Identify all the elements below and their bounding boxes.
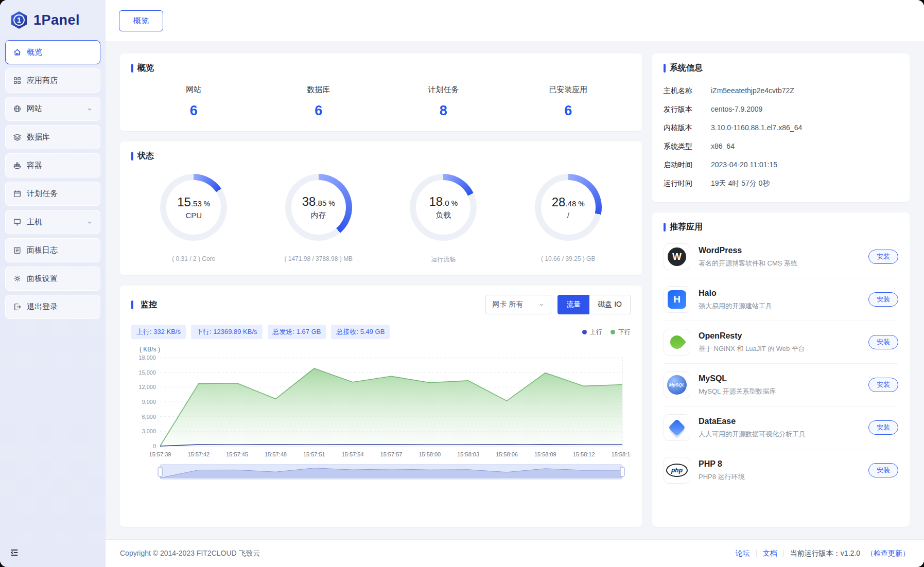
stat-cron-jobs[interactable]: 计划任务 8 <box>381 85 506 119</box>
app-row-wordpress: W WordPress 著名的开源博客软件和 CMS 系统 安装 <box>664 236 898 278</box>
install-php8-button[interactable]: 安装 <box>868 463 898 477</box>
title-accent <box>664 64 666 73</box>
calendar-icon <box>13 189 22 198</box>
status-card-title: 状态 <box>137 151 154 162</box>
main-area: 概览 概览 网站 6 数据库 <box>106 0 924 567</box>
install-dataease-button[interactable]: 安装 <box>868 420 898 435</box>
stat-websites[interactable]: 网站 6 <box>131 85 256 119</box>
brand-logo: 1 1Panel <box>0 0 106 38</box>
sidebar-item-label: 面板设置 <box>27 274 93 284</box>
chart-brush-handle-right[interactable] <box>620 467 624 476</box>
copyright: Copyright © 2014-2023 FIT2CLOUD 飞致云 <box>120 549 260 558</box>
install-mysql-button[interactable]: 安装 <box>868 378 898 392</box>
chevron-down-icon <box>538 302 545 308</box>
sidebar-item-overview[interactable]: 概览 <box>5 40 100 64</box>
system-info-row: 系统类型 x86_64 <box>664 137 898 156</box>
app-row-mysql: MySQL MySQL MySQL 开源关系型数据库 安装 <box>664 364 898 406</box>
app-row-php8: php PHP 8 PHP8 运行环境 安装 <box>664 449 898 491</box>
traffic-chart-area: 03,0006,0009,00012,00015,00018,000( KB/s… <box>131 344 631 518</box>
title-accent <box>664 223 666 232</box>
sidebar: 1 1Panel 概览 应用商店 网站 <box>0 0 106 567</box>
header-bar: 概览 <box>106 0 924 41</box>
overview-card-title: 概览 <box>137 63 154 74</box>
traffic-badges: 上行: 332 KB/s 下行: 12369.89 KB/s 总发送: 1.67… <box>131 325 631 339</box>
logout-icon <box>13 303 22 311</box>
sidebar-item-website[interactable]: 网站 <box>5 97 100 121</box>
sidebar-item-panel-logs[interactable]: 面板日志 <box>5 238 100 262</box>
svg-text:0: 0 <box>153 443 156 449</box>
svg-text:15:58:15: 15:58:15 <box>612 451 631 457</box>
gear-icon <box>13 274 22 283</box>
mysql-icon: MySQL <box>664 371 690 398</box>
title-accent <box>131 64 133 73</box>
status-gauges: 15.53% CPU ( 0.31 / 2 ) Core 38.85% 内存 <box>131 174 631 266</box>
sidebar-item-label: 应用商店 <box>27 76 93 85</box>
sidebar-item-panel-settings[interactable]: 面板设置 <box>5 267 100 291</box>
check-update-link[interactable]: （检查更新） <box>866 549 910 558</box>
system-info-title: 系统信息 <box>670 63 703 74</box>
sidebar-item-host[interactable]: 主机 <box>5 210 100 234</box>
sidebar-item-container[interactable]: 容器 <box>5 153 100 178</box>
host-icon <box>13 218 22 226</box>
home-icon <box>13 48 22 57</box>
forum-link[interactable]: 论坛 <box>736 549 750 558</box>
stat-databases[interactable]: 数据库 6 <box>256 85 381 119</box>
collapse-sidebar-button[interactable] <box>9 547 20 558</box>
status-card: 状态 15.53% CPU ( 0.31 / 2 ) Core <box>120 141 642 275</box>
svg-text:15:58:09: 15:58:09 <box>534 451 556 457</box>
content-area: 概览 网站 6 数据库 6 计划任务 8 <box>106 41 924 539</box>
title-accent <box>131 152 133 161</box>
sidebar-item-label: 面板日志 <box>27 245 93 255</box>
svg-text:18,000: 18,000 <box>138 355 156 361</box>
svg-text:15:57:48: 15:57:48 <box>265 451 287 457</box>
chart-brush-handle-left[interactable] <box>158 467 162 476</box>
legend-upstream[interactable]: 上行 <box>582 328 602 336</box>
install-halo-button[interactable]: 安装 <box>868 292 898 307</box>
svg-text:15:57:57: 15:57:57 <box>380 451 403 457</box>
svg-text:15:58:12: 15:58:12 <box>573 451 595 457</box>
chevron-down-icon <box>86 219 93 225</box>
memory-gauge: 38.85% 内存 ( 1471.98 / 3788.98 ) MB <box>256 174 381 264</box>
tab-overview[interactable]: 概览 <box>119 10 163 31</box>
sidebar-item-app-store[interactable]: 应用商店 <box>5 68 100 93</box>
traffic-button[interactable]: 流量 <box>557 295 589 314</box>
dataease-icon <box>664 414 690 441</box>
chart-legend: 上行 下行 <box>582 328 631 336</box>
system-info-row: 内核版本 3.10.0-1160.88.1.el7.x86_64 <box>664 119 898 137</box>
chevron-down-icon <box>86 106 93 112</box>
sidebar-item-label: 网站 <box>27 104 81 114</box>
footer: Copyright © 2014-2023 FIT2CLOUD 飞致云 论坛 文… <box>106 539 924 567</box>
nic-select[interactable]: 网卡 所有 <box>485 295 551 314</box>
sidebar-item-label: 数据库 <box>27 132 93 142</box>
stat-installed-apps[interactable]: 已安装应用 6 <box>506 85 631 119</box>
sidebar-item-database[interactable]: 数据库 <box>5 125 100 149</box>
recommended-apps-title: 推荐应用 <box>670 222 703 233</box>
svg-text:1: 1 <box>17 16 21 24</box>
system-info-card: 系统信息 主机名称 iZm5eeatethjp2e4cvtb72Z 发行版本 c… <box>652 54 910 202</box>
sidebar-menu: 概览 应用商店 网站 数据库 <box>0 38 106 540</box>
traffic-chart: 03,0006,0009,00012,00015,00018,000( KB/s… <box>131 344 631 484</box>
svg-text:15:57:51: 15:57:51 <box>303 451 325 457</box>
brand-name: 1Panel <box>33 12 80 28</box>
svg-text:15:58:06: 15:58:06 <box>496 451 518 457</box>
title-accent <box>131 300 133 309</box>
install-wordpress-button[interactable]: 安装 <box>868 250 898 264</box>
app-store-icon <box>13 76 22 85</box>
sidebar-item-logout[interactable]: 退出登录 <box>5 295 100 319</box>
divider <box>783 550 784 557</box>
svg-text:15,000: 15,000 <box>138 369 156 376</box>
legend-downstream[interactable]: 下行 <box>611 328 631 336</box>
nic-select-value: 网卡 所有 <box>492 300 523 309</box>
svg-text:12,000: 12,000 <box>138 384 156 390</box>
sidebar-item-cron[interactable]: 计划任务 <box>5 182 100 206</box>
svg-text:15:57:42: 15:57:42 <box>187 451 210 457</box>
install-openresty-button[interactable]: 安装 <box>868 335 898 349</box>
docs-link[interactable]: 文档 <box>763 549 777 558</box>
sidebar-item-label: 容器 <box>27 161 93 170</box>
disk-io-button[interactable]: 磁盘 IO <box>589 295 631 314</box>
upstream-badge: 上行: 332 KB/s <box>131 325 186 339</box>
svg-text:15:57:39: 15:57:39 <box>149 451 171 457</box>
divider <box>756 550 757 557</box>
logs-icon <box>13 246 22 255</box>
app-row-openresty: OpenResty 基于 NGINX 和 LuaJIT 的 Web 平台 安装 <box>664 321 898 364</box>
